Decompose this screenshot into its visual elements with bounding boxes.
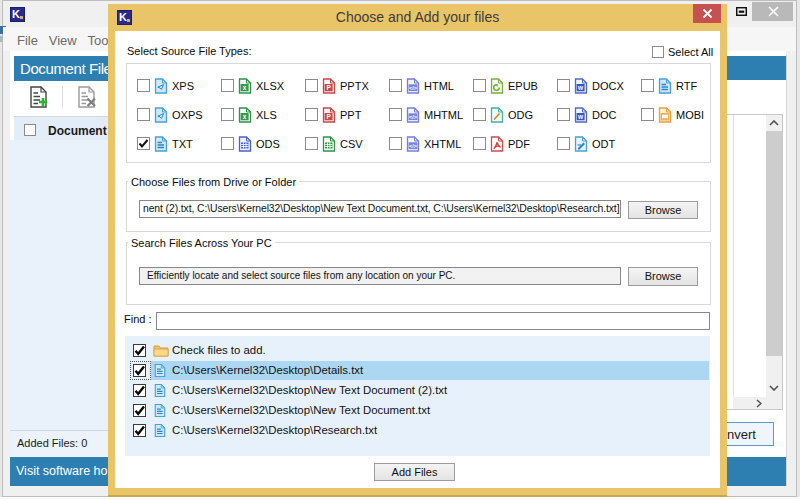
svg-text:w: w — [577, 113, 584, 120]
svg-text:</>: </> — [409, 114, 417, 120]
svg-text:w: w — [577, 84, 584, 91]
svg-text:x: x — [243, 113, 247, 120]
svg-text:</>: </> — [409, 85, 417, 91]
svg-text:P: P — [326, 84, 331, 91]
svg-text:P: P — [326, 113, 331, 120]
svg-text:</>: </> — [409, 143, 417, 149]
svg-text:x: x — [243, 84, 247, 91]
